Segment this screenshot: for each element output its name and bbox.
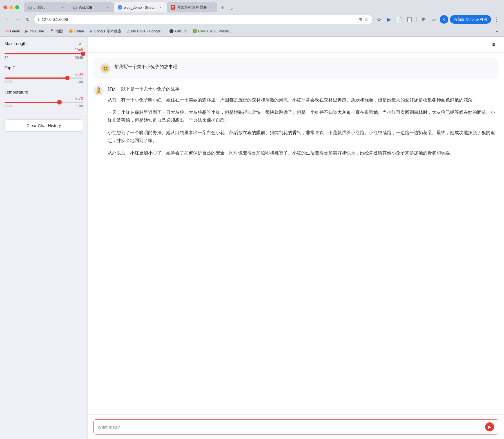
bot-message: 🧘 好的，以下是一个关于小兔子的故事： 从前，有一个小兔子叫小红。她住在一个美丽… bbox=[93, 85, 498, 161]
tab3-title: web_demo · Strea... bbox=[124, 5, 157, 10]
bot-intro: 好的，以下是一个关于小兔子的故事： bbox=[108, 85, 498, 93]
drive-label: My Drive - Google... bbox=[131, 29, 164, 33]
max-length-fill bbox=[5, 53, 83, 54]
bookmark-gmail[interactable]: ✉ Gmail bbox=[3, 28, 22, 34]
back-button[interactable]: ← bbox=[3, 15, 11, 23]
tab1-title: 开发机 bbox=[34, 5, 59, 10]
top-p-track bbox=[5, 77, 83, 79]
top-p-max: 1.00 bbox=[76, 80, 83, 84]
extensions-icon[interactable]: ⚙ bbox=[375, 15, 383, 24]
bot-paragraph-3: 小红想到了一个聪明的办法。她从口袋里拿出一朵白色小花，然后放在狼的眼前。狼闻到花… bbox=[108, 129, 498, 145]
colab-label: Colab bbox=[74, 29, 84, 33]
temperature-thumb[interactable] bbox=[57, 100, 62, 105]
maximize-traffic-light[interactable] bbox=[15, 5, 19, 9]
max-length-max: 2048 bbox=[75, 56, 83, 60]
top-p-value: 0.80 bbox=[5, 72, 83, 76]
tab-csdn[interactable]: C 写文章-CSDN博客 × bbox=[167, 2, 217, 12]
tab2-close[interactable]: × bbox=[105, 5, 110, 10]
tab4-icon: C bbox=[171, 5, 175, 10]
scholar-label: Google 学术搜索 bbox=[94, 29, 121, 34]
bookmark-cvpr[interactable]: 🟩 CVPR 2023 Poster... bbox=[190, 28, 234, 34]
chat-input[interactable] bbox=[98, 425, 482, 429]
chrome-update-button[interactable]: 有新版 Chrome 可用 bbox=[450, 15, 491, 24]
close-traffic-light[interactable] bbox=[3, 5, 7, 9]
tab1-icon: 🤖 bbox=[28, 5, 32, 10]
tab-overflow-button[interactable]: ⌄ bbox=[227, 3, 236, 12]
tab1-close[interactable]: × bbox=[60, 5, 65, 10]
send-button[interactable]: ▶ bbox=[485, 422, 494, 431]
bookmark-maps[interactable]: 📍 地图 bbox=[47, 28, 65, 35]
tab4-title: 写文章-CSDN博客 bbox=[177, 5, 207, 10]
bookmark-colab[interactable]: 🔶 Colab bbox=[66, 28, 86, 34]
temperature-slider-container bbox=[5, 102, 83, 103]
tab3-close[interactable]: × bbox=[158, 5, 163, 10]
tab4-close[interactable]: × bbox=[209, 5, 213, 10]
bot-paragraph-2: 一天，小红在森林里遇到了一只大灰狼。大灰狼想吃小红，但是她跑得非常快，很快就跑远… bbox=[108, 108, 498, 124]
tab-web-demo[interactable]: w web_demo · Strea... × bbox=[114, 2, 167, 12]
bookmarks-more-button[interactable]: » bbox=[493, 27, 501, 35]
tab-kaifaji[interactable]: 🤖 开发机 × bbox=[24, 2, 69, 12]
maps-icon: 📍 bbox=[50, 29, 54, 33]
clipboard-icon[interactable]: 📋 bbox=[405, 15, 414, 24]
title-bar: 🤖 开发机 × 🤖 WebIDE × w web_demo · Strea...… bbox=[0, 0, 504, 12]
maps-label: 地图 bbox=[55, 29, 63, 34]
new-tab-button[interactable]: + bbox=[218, 3, 227, 12]
top-p-label: Top P bbox=[5, 65, 83, 70]
bookmark-drive[interactable]: △ My Drive - Google... bbox=[125, 28, 166, 34]
profile-avatar[interactable]: K bbox=[440, 15, 448, 24]
main-content: × Max Length 2048 32 2048 Top P 0.80 bbox=[0, 37, 504, 439]
bot-content: 好的，以下是一个关于小兔子的故事： 从前，有一个小兔子叫小红。她住在一个美丽的森… bbox=[108, 85, 498, 161]
bot-paragraph-1: 从前，有一个小兔子叫小红。她住在一个美丽的森林里，周围都是茂密的森林和清澈的河流… bbox=[108, 96, 498, 104]
sidebar-close-button[interactable]: × bbox=[77, 41, 84, 47]
max-length-range: 32 2048 bbox=[5, 56, 83, 60]
tab2-title: WebIDE bbox=[79, 5, 104, 10]
chat-input-wrapper: ▶ bbox=[93, 419, 498, 434]
max-length-track bbox=[5, 53, 83, 54]
translate-icon[interactable]: ⊞ bbox=[358, 17, 362, 22]
address-bar[interactable]: ℹ 127.0.0.1:6006 ⊞ ☆ bbox=[34, 15, 373, 24]
bookmark-star-icon[interactable]: ☆ bbox=[364, 17, 368, 22]
bot-avatar: 🧘 bbox=[93, 85, 104, 96]
lock-icon: ℹ bbox=[38, 17, 39, 22]
temperature-track bbox=[5, 102, 83, 103]
tab-webide[interactable]: 🤖 WebIDE × bbox=[69, 2, 114, 12]
top-p-section: Top P 0.80 0.00 1.00 bbox=[5, 65, 83, 84]
top-p-fill bbox=[5, 77, 67, 79]
chat-menu-button[interactable]: ≡ bbox=[489, 40, 498, 49]
reload-button[interactable]: ↻ bbox=[24, 15, 32, 23]
playlist-icon[interactable]: ⊞ bbox=[420, 15, 428, 24]
max-length-section: Max Length 2048 32 2048 bbox=[5, 41, 83, 60]
max-length-value: 2048 bbox=[5, 48, 83, 52]
traffic-lights bbox=[3, 5, 19, 9]
temperature-min: 0.00 bbox=[5, 104, 12, 108]
temperature-fill bbox=[5, 102, 59, 103]
minimize-traffic-light[interactable] bbox=[9, 5, 13, 9]
top-p-min: 0.00 bbox=[5, 80, 12, 84]
user-avatar: 🙂 bbox=[100, 63, 110, 74]
nav-bar: ← → ↻ ℹ 127.0.0.1:6006 ⊞ ☆ ⚙ ▶ 📄 📋 ⊞ ▱ K… bbox=[0, 12, 504, 26]
bookmark-github[interactable]: ⚫ GitHub bbox=[167, 28, 189, 34]
docs-icon[interactable]: 📄 bbox=[395, 15, 403, 24]
temperature-max: 1.00 bbox=[76, 104, 83, 108]
split-view-icon[interactable]: ▱ bbox=[430, 15, 438, 24]
user-message-text: 帮我写一个关于小兔子的故事吧 bbox=[114, 63, 177, 70]
top-p-slider-container bbox=[5, 77, 83, 79]
send-icon: ▶ bbox=[488, 425, 491, 429]
max-length-thumb[interactable] bbox=[81, 52, 85, 56]
nav-divider bbox=[416, 17, 417, 22]
play-icon[interactable]: ▶ bbox=[385, 15, 393, 24]
top-p-thumb[interactable] bbox=[65, 76, 70, 80]
bookmark-youtube[interactable]: ▶ YouTube bbox=[23, 28, 46, 34]
drive-icon: △ bbox=[127, 29, 130, 33]
bookmark-scholar[interactable]: ◆ Google 学术搜索 bbox=[87, 28, 124, 35]
chrome-menu-button[interactable]: ⋮ bbox=[493, 15, 501, 23]
max-length-label: Max Length bbox=[5, 41, 83, 46]
gmail-label: Gmail bbox=[10, 29, 20, 33]
forward-button[interactable]: → bbox=[14, 15, 21, 23]
youtube-icon: ▶ bbox=[25, 29, 28, 33]
cvpr-icon: 🟩 bbox=[192, 29, 197, 33]
max-length-slider-container bbox=[5, 53, 83, 54]
chat-input-area: ▶ bbox=[88, 414, 504, 439]
clear-chat-history-button[interactable]: Clear Chat History bbox=[5, 119, 83, 132]
tab3-icon: w bbox=[118, 5, 122, 10]
